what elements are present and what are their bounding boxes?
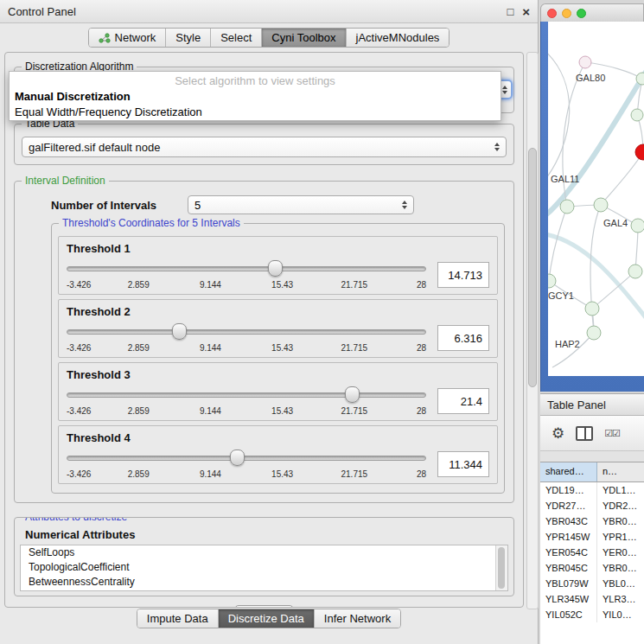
selected-network-node[interactable] xyxy=(635,144,644,160)
top-tab-strip: Network Style Select Cyni Toolbox jActiv… xyxy=(88,28,450,48)
tab-select-label: Select xyxy=(220,31,252,44)
number-of-intervals-spinner[interactable]: 5 xyxy=(188,195,414,214)
combo-updown-arrows-icon xyxy=(502,86,507,94)
network-node[interactable] xyxy=(548,274,556,288)
tab-impute-data[interactable]: Impute Data xyxy=(137,609,218,628)
threshold-4-slider[interactable] xyxy=(67,449,426,466)
network-edge[interactable] xyxy=(548,69,644,220)
table-panel: ⚙ ☑☑ shared… n… YDL19…YDL1… YDR27…YDR2… … xyxy=(540,416,644,644)
close-icon[interactable]: × xyxy=(522,4,530,19)
threshold-1-value[interactable]: 14.713 xyxy=(437,262,489,288)
screen: Control Panel □ × Network Style xyxy=(0,0,644,644)
network-node[interactable] xyxy=(631,219,644,233)
tab-cyni-toolbox[interactable]: Cyni Toolbox xyxy=(261,29,345,47)
number-of-intervals-row: Number of Intervals 5 xyxy=(51,195,505,214)
tab-discretize-data-label: Discretize Data xyxy=(228,612,304,625)
slider-thumb[interactable] xyxy=(172,323,187,340)
tab-network[interactable]: Network xyxy=(89,29,166,47)
slider-track[interactable] xyxy=(67,329,426,335)
table-row[interactable]: YDR27…YDR2… xyxy=(540,498,644,513)
table-row[interactable]: YBR045CYBR0… xyxy=(540,560,644,576)
close-traffic-light-icon[interactable] xyxy=(547,9,557,18)
columns-icon[interactable] xyxy=(576,426,593,441)
slider-thumb[interactable] xyxy=(345,386,360,403)
tab-style[interactable]: Style xyxy=(165,29,210,47)
list-item[interactable]: TopologicalCoefficient xyxy=(21,560,507,575)
cyni-toolbox-panel: Discretization Algorithm Table Data galF… xyxy=(4,52,524,608)
table-row[interactable]: YPR145WYPR1… xyxy=(540,529,644,545)
apply-button[interactable]: Apply xyxy=(234,605,294,608)
network-canvas[interactable]: GAL80 GAL11 GAL4 GCY1 HAP2 xyxy=(548,22,644,376)
table-panel-titlebar[interactable]: Table Panel xyxy=(540,393,644,416)
float-window-icon[interactable]: □ xyxy=(507,5,513,18)
table-row[interactable]: YER054CYER0… xyxy=(540,545,644,560)
tab-infer-network[interactable]: Infer Network xyxy=(314,609,400,628)
number-of-intervals-value: 5 xyxy=(194,199,402,212)
tab-jactivemnodules[interactable]: jActiveMNodules xyxy=(346,29,450,47)
tab-select[interactable]: Select xyxy=(210,29,261,47)
list-item[interactable]: BetweennessCentrality xyxy=(21,575,507,590)
threshold-2-slider[interactable] xyxy=(67,322,426,340)
list-scrollbar[interactable] xyxy=(495,545,507,590)
slider-thumb[interactable] xyxy=(230,450,245,466)
table-row[interactable]: YBL079WYBL0… xyxy=(540,576,644,591)
table-row[interactable]: YLR345WYLR3… xyxy=(540,591,644,607)
threshold-1-slider[interactable] xyxy=(67,259,426,277)
network-node[interactable] xyxy=(594,198,608,212)
network-window-titlebar[interactable] xyxy=(540,3,644,22)
interval-definition-group: Interval Definition Number of Intervals … xyxy=(14,181,514,503)
combo-updown-arrows-icon xyxy=(494,143,500,151)
slider-track[interactable] xyxy=(67,266,426,271)
threshold-3-slider[interactable] xyxy=(67,386,426,403)
threshold-panel-4: Threshold 4 -3.426 2.859 9.14 xyxy=(58,425,498,484)
column-header-shared[interactable]: shared… xyxy=(540,462,597,481)
network-node[interactable] xyxy=(560,200,574,214)
threshold-1-label: Threshold 1 xyxy=(67,242,489,255)
network-node[interactable] xyxy=(636,73,644,85)
network-node[interactable] xyxy=(585,302,599,316)
tab-jactivemnodules-label: jActiveMNodules xyxy=(356,31,440,44)
threshold-2-value[interactable]: 6.316 xyxy=(437,325,489,351)
node-label-gal11: GAL11 xyxy=(551,174,579,184)
gear-icon[interactable]: ⚙ xyxy=(552,426,564,441)
tab-discretize-data[interactable]: Discretize Data xyxy=(218,609,314,628)
network-node[interactable] xyxy=(628,265,642,278)
table-row[interactable]: YBR043CYBR0… xyxy=(540,513,644,529)
select-columns-checkboxes-icon[interactable]: ☑☑ xyxy=(604,428,620,439)
numerical-attributes-list[interactable]: SelfLoops TopologicalCoefficient Between… xyxy=(20,545,508,591)
threshold-3-value[interactable]: 21.4 xyxy=(437,388,489,414)
dropdown-option-equal-width-frequency[interactable]: Equal Width/Frequency Discretization xyxy=(10,105,501,120)
column-header-name[interactable]: n… xyxy=(597,462,644,481)
table-data-combo-value: galFiltered.sif default node xyxy=(29,141,494,154)
network-node[interactable] xyxy=(579,56,591,68)
network-node[interactable] xyxy=(587,326,601,340)
bottom-tab-strip: Impute Data Discretize Data Infer Networ… xyxy=(137,609,401,628)
list-scrollbar-thumb[interactable] xyxy=(498,547,505,589)
slider-thumb[interactable] xyxy=(268,260,283,277)
list-item[interactable]: SelfLoops xyxy=(21,545,507,560)
slider-tick-labels: -3.426 2.859 9.144 15.43 21.715 28 xyxy=(67,280,426,290)
table-panel-toolbar: ⚙ ☑☑ xyxy=(540,416,644,451)
slider-tick-labels: -3.426 2.859 9.144 15.43 21.715 28 xyxy=(67,469,426,480)
slider-track[interactable] xyxy=(67,392,426,398)
network-view-window: GAL80 GAL11 GAL4 GCY1 HAP2 xyxy=(540,3,644,392)
minimize-traffic-light-icon[interactable] xyxy=(562,9,571,18)
number-of-intervals-label: Number of Intervals xyxy=(51,199,188,212)
table-row[interactable]: YDL19…YDL1… xyxy=(540,482,644,498)
table-row[interactable]: YIL052CYIL0… xyxy=(540,607,644,622)
zoom-traffic-light-icon[interactable] xyxy=(577,9,586,18)
algorithm-dropdown-popup: Select algorithm to view settings Manual… xyxy=(9,71,501,121)
tab-cyni-toolbox-label: Cyni Toolbox xyxy=(271,31,335,44)
slider-track[interactable] xyxy=(67,456,426,461)
network-node[interactable] xyxy=(631,109,643,121)
algorithm-combo-prompt: Select algorithm to view settings xyxy=(10,72,501,89)
control-panel-scrollbar[interactable] xyxy=(526,52,539,609)
slider-tick-labels: -3.426 2.859 9.144 15.43 21.715 28 xyxy=(67,406,426,417)
dropdown-option-manual-discretization[interactable]: Manual Discretization xyxy=(10,89,501,105)
table-data-combobox[interactable]: galFiltered.sif default node xyxy=(22,137,507,157)
control-panel-titlebar: Control Panel □ × xyxy=(0,0,538,23)
control-panel-scrollbar-thumb[interactable] xyxy=(528,148,537,387)
threshold-4-value[interactable]: 11.344 xyxy=(437,451,489,477)
network-window-frame: GAL80 GAL11 GAL4 GCY1 HAP2 xyxy=(540,22,644,392)
threshold-panel-1: Threshold 1 -3.426 2.859 9.14 xyxy=(58,236,498,295)
